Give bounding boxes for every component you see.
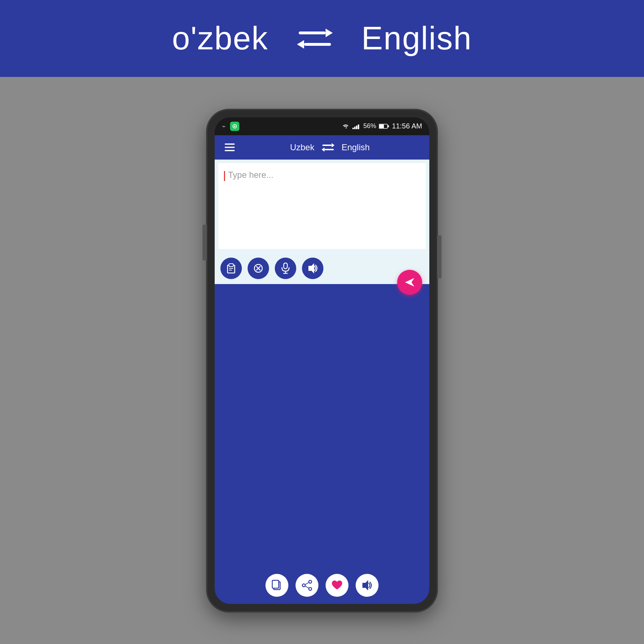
svg-rect-11 (379, 125, 384, 128)
share-button[interactable] (296, 574, 318, 597)
input-area: Type here... (215, 160, 429, 253)
top-banner: o'zbek English (0, 0, 644, 77)
app-bar-target-lang[interactable]: English (342, 142, 370, 152)
wifi-icon (342, 123, 350, 129)
battery-icon (379, 123, 389, 129)
svg-rect-6 (352, 128, 354, 129)
output-text-area (215, 284, 429, 567)
svg-rect-22 (229, 268, 233, 269)
status-bar: ⌁ (215, 117, 429, 135)
copy-button[interactable] (265, 574, 288, 597)
svg-marker-31 (405, 278, 414, 287)
action-buttons-row (215, 253, 429, 284)
svg-point-34 (309, 580, 312, 583)
microphone-button[interactable] (275, 258, 296, 279)
text-input-box[interactable]: Type here... (218, 163, 426, 249)
speaker-out-button[interactable] (356, 574, 379, 597)
speaker-button[interactable] (302, 258, 323, 279)
svg-rect-21 (229, 264, 233, 267)
svg-rect-33 (272, 580, 279, 588)
source-language-label[interactable]: o'zbek (172, 20, 268, 57)
svg-rect-27 (284, 263, 287, 269)
phone-screen: ⌁ (215, 117, 429, 604)
svg-point-36 (309, 587, 312, 590)
swap-languages-icon[interactable] (297, 24, 333, 53)
svg-marker-39 (363, 581, 368, 590)
app-bar-source-lang[interactable]: Uzbek (290, 142, 314, 152)
svg-rect-2 (304, 43, 331, 46)
signal-icon (352, 123, 360, 129)
svg-rect-7 (354, 127, 356, 129)
svg-rect-12 (388, 125, 389, 127)
bottom-buttons-row (215, 567, 429, 604)
svg-marker-19 (322, 147, 325, 152)
svg-line-38 (305, 586, 309, 588)
svg-rect-0 (299, 31, 326, 34)
clipboard-button[interactable] (220, 258, 242, 279)
status-time: 11:56 AM (392, 122, 422, 130)
app-bar: Uzbek English (215, 135, 429, 160)
clear-button[interactable] (248, 258, 269, 279)
svg-rect-9 (358, 125, 359, 129)
svg-rect-8 (356, 126, 357, 129)
status-left-icons: ⌁ (222, 122, 239, 131)
phone-wrapper: ⌁ (0, 77, 644, 644)
menu-button[interactable] (222, 141, 238, 154)
app-bar-swap-icon[interactable] (322, 142, 335, 152)
status-right-info: 56% 11:56 AM (342, 122, 422, 130)
phone-device: ⌁ (208, 110, 436, 611)
app-bar-languages: Uzbek English (238, 142, 422, 152)
usb-icon: ⌁ (222, 122, 226, 130)
text-cursor (224, 171, 225, 181)
svg-marker-17 (332, 143, 335, 147)
svg-point-35 (302, 584, 305, 587)
gps-icon (230, 122, 239, 131)
svg-point-5 (234, 126, 235, 127)
svg-rect-16 (322, 145, 332, 146)
svg-line-37 (305, 582, 309, 585)
send-button[interactable] (397, 270, 422, 295)
svg-rect-13 (225, 143, 235, 145)
favorite-button[interactable] (326, 574, 348, 597)
svg-rect-15 (225, 150, 235, 151)
svg-marker-1 (326, 29, 333, 37)
svg-rect-18 (325, 149, 334, 150)
target-language-label[interactable]: English (361, 20, 472, 57)
output-area (215, 284, 429, 604)
placeholder-text: Type here... (228, 170, 273, 180)
svg-marker-30 (309, 264, 314, 273)
battery-percentage: 56% (363, 122, 376, 130)
svg-rect-14 (225, 147, 235, 148)
svg-marker-3 (297, 40, 304, 49)
svg-rect-23 (229, 270, 232, 270)
